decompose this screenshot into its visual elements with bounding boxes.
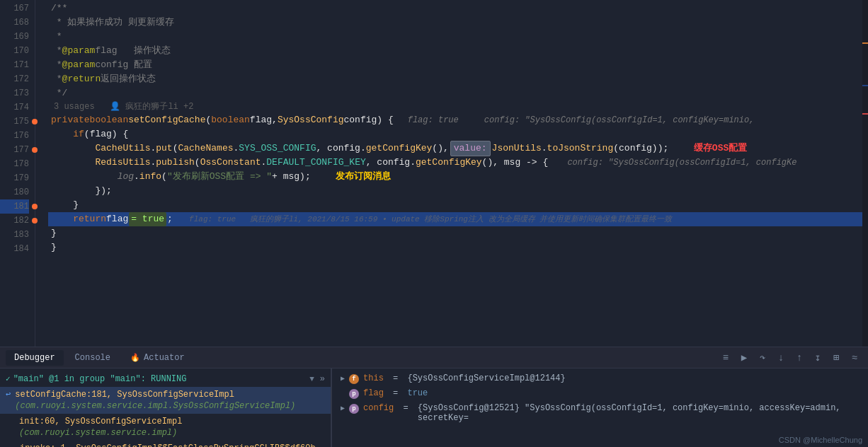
code-line-175: if (flag) { — [48, 127, 868, 141]
inline-value-true: = true — [129, 212, 166, 226]
return-arrow-icon: ↩ — [6, 389, 11, 400]
code-text: CacheNames — [178, 141, 233, 156]
expand-this-icon[interactable]: ▶ — [341, 374, 345, 383]
code-text: * 如果操作成功 则更新缓存 — [51, 16, 174, 30]
tab-actuator[interactable]: 🔥 Actuator — [122, 350, 193, 366]
var-this[interactable]: ▶ f this = {SysOssConfigServiceImpl@1214… — [332, 371, 868, 386]
frame-item-selected[interactable]: ↩ setConfigCache:181, SysOssConfigServic… — [0, 387, 331, 414]
line-167: 167 — [0, 1, 29, 16]
frame-detail-2: init:60, SysOssConfigServiceImpl (com.ru… — [19, 416, 325, 439]
frame-item-2[interactable]: init:60, SysOssConfigServiceImpl (com.ru… — [0, 414, 331, 441]
code-text: ( — [161, 170, 167, 184]
code-editor: 167 168 169 170 171 172 173 174 175 176 … — [0, 0, 868, 347]
usages-line: 3 usages 👤 疯狂的狮子li +2 — [48, 100, 868, 113]
code-text: return — [73, 212, 106, 226]
filter-expand[interactable]: » — [320, 373, 325, 385]
code-text: } — [51, 198, 79, 212]
breakpoint-gutter — [35, 0, 48, 347]
frame-name-2: init:60, SysOssConfigServiceImpl — [19, 417, 182, 426]
code-text: log — [118, 170, 134, 184]
line-184: 184 — [0, 242, 29, 256]
line-170: 170 — [0, 44, 29, 58]
filter-icon[interactable]: ▼ — [309, 373, 314, 385]
line-172: 172 — [0, 72, 29, 86]
var-this-type-icon: f — [349, 374, 359, 384]
frames-panel: ✓ "main" @1 in group "main": RUNNING ▼ »… — [0, 368, 331, 447]
code-text: * — [51, 44, 62, 58]
frame-name-3: invoke:-1, SysOssConfigImpl$$FastClassBy… — [20, 443, 316, 447]
code-line-170: * @param flag 操作状态 — [48, 44, 868, 58]
line-182: 182 — [0, 214, 29, 228]
code-line-172: * @return 返回操作状态 — [48, 72, 868, 86]
code-text: getConfigKey — [416, 156, 482, 170]
code-text: + msg); — [272, 170, 311, 184]
code-text: SysOssConfig — [278, 113, 344, 127]
frame-name-1: setConfigCache:181, SysOssConfigServiceI… — [15, 390, 234, 400]
toolbar-resume-btn[interactable]: ▶ — [736, 350, 752, 366]
code-text: if — [73, 127, 84, 141]
line-177: 177 — [0, 143, 29, 157]
toolbar-more-btn[interactable]: ≈ — [847, 350, 862, 366]
code-text — [51, 156, 95, 170]
code-text: (flag) { — [84, 127, 128, 141]
expand-config-icon[interactable]: ▶ — [341, 404, 345, 412]
code-line-173: */ — [48, 86, 868, 100]
actuator-tab-label: Actuator — [144, 353, 185, 363]
panel-tabs: Debugger Console 🔥 Actuator ≡ ▶ ↷ ↓ ↑ ↧ … — [0, 347, 868, 368]
code-line-182: } — [48, 226, 868, 240]
thread-status: "main" @1 in group "main": RUNNING — [13, 373, 187, 385]
code-text: . — [233, 141, 239, 156]
code-text: */ — [51, 86, 67, 100]
var-flag-name: flag — [363, 388, 384, 398]
code-text: DEFAULT_CONFIG_KEY — [266, 156, 365, 170]
code-text: (), — [432, 141, 448, 156]
bottom-panel: Debugger Console 🔥 Actuator ≡ ▶ ↷ ↓ ↑ ↧ … — [0, 347, 868, 447]
scroll-indicator — [862, 0, 868, 347]
code-text: RedisUtils — [95, 156, 150, 170]
code-line-179: }); — [48, 184, 868, 198]
code-text: , config. — [316, 141, 366, 156]
code-text: ( — [205, 113, 211, 127]
code-line-169: * — [48, 30, 868, 44]
value-highlight: value: — [450, 141, 491, 156]
code-line-184 — [48, 255, 868, 269]
toolbar-step-out-btn[interactable]: ↑ — [792, 350, 807, 366]
toolbar-step-into-btn[interactable]: ↓ — [773, 350, 789, 366]
code-text: config 配置 — [95, 58, 152, 72]
toolbar-settings-btn[interactable]: ≡ — [718, 350, 733, 366]
code-text: boolean — [211, 113, 250, 127]
toolbar-run-to-cursor-btn[interactable]: ↧ — [810, 350, 826, 366]
line-181: 181 — [0, 199, 29, 214]
code-text: @param — [62, 58, 96, 72]
scroll-mark-orange — [862, 42, 868, 44]
frame-detail: setConfigCache:181, SysOssConfigServiceI… — [15, 389, 325, 412]
line-173: 173 — [0, 86, 29, 100]
console-tab-label: Console — [75, 353, 110, 363]
code-text: ; — [167, 212, 173, 226]
frame-loc-1: (com.ruoyi.system.service.impl.SysOssCon… — [15, 401, 295, 411]
code-text: 返回操作状态 — [101, 72, 156, 86]
tab-console[interactable]: Console — [67, 350, 119, 366]
toolbar-step-over-btn[interactable]: ↷ — [755, 350, 770, 366]
inline-label-publish: 发布订阅消息 — [325, 170, 392, 184]
code-text: @param — [62, 44, 96, 58]
panel-content: ✓ "main" @1 in group "main": RUNNING ▼ »… — [0, 368, 868, 447]
frame-item-3[interactable]: invoke:-1, SysOssConfigImpl$$FastClassBy… — [0, 441, 331, 447]
tab-debugger[interactable]: Debugger — [6, 350, 64, 366]
var-config-name: config — [363, 403, 394, 413]
line-174: 174 — [0, 100, 29, 115]
code-line-183: } — [48, 240, 868, 255]
code-text: ( — [195, 156, 200, 170]
toolbar-frames-btn[interactable]: ⊞ — [828, 350, 844, 366]
code-lines: /** * 如果操作成功 则更新缓存 * * @param flag 操作状态 … — [48, 0, 868, 347]
code-text: flag 操作状态 — [95, 44, 171, 58]
var-flag-value: true — [407, 388, 428, 398]
code-text: (config)); — [613, 141, 668, 156]
code-text: }); — [51, 184, 112, 198]
var-config[interactable]: ▶ p config = {SysOssConfig@12521} "SysOs… — [332, 401, 868, 425]
expand-flag-icon: ▶ — [341, 389, 345, 397]
code-text: . — [150, 141, 156, 156]
code-text: CacheUtils — [95, 141, 150, 156]
var-flag[interactable]: ▶ p flag = true — [332, 386, 868, 401]
var-config-equals: = — [398, 403, 413, 413]
